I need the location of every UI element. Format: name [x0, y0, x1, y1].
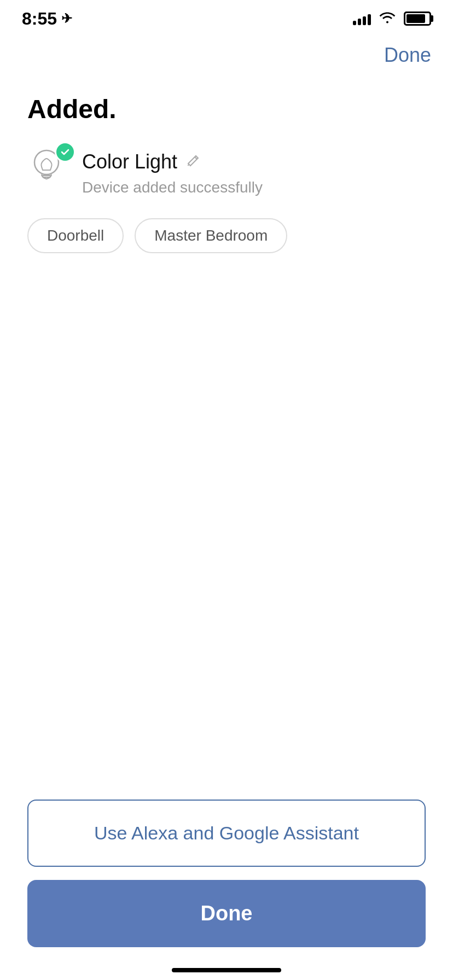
- alexa-button[interactable]: Use Alexa and Google Assistant: [27, 800, 426, 867]
- device-name-row: Color Light: [82, 150, 426, 173]
- added-title: Added.: [27, 94, 426, 124]
- wifi-icon: [379, 10, 396, 28]
- location-icon: ✈: [61, 11, 72, 26]
- time-display: 8:55: [22, 9, 57, 29]
- status-time: 8:55 ✈: [22, 9, 72, 29]
- status-bar: 8:55 ✈: [0, 0, 453, 33]
- header: Done: [0, 33, 453, 78]
- chip-master-bedroom[interactable]: Master Bedroom: [135, 218, 287, 253]
- header-done-button[interactable]: Done: [384, 44, 431, 67]
- device-name: Color Light: [82, 150, 177, 173]
- battery-icon: [404, 11, 431, 26]
- status-icons: [353, 10, 431, 28]
- home-indicator: [172, 968, 281, 972]
- main-content: Added. Color Light: [0, 78, 453, 270]
- bottom-section: Use Alexa and Google Assistant Done: [0, 800, 453, 947]
- edit-icon[interactable]: [186, 153, 201, 172]
- chip-doorbell[interactable]: Doorbell: [27, 218, 124, 253]
- device-icon-wrapper: [27, 146, 71, 190]
- signal-icon: [353, 12, 371, 25]
- device-info: Color Light Device added successfully: [82, 146, 426, 196]
- room-chips: Doorbell Master Bedroom: [27, 218, 426, 253]
- battery-fill: [406, 14, 425, 23]
- device-status: Device added successfully: [82, 179, 426, 196]
- check-badge: [55, 142, 76, 162]
- done-button[interactable]: Done: [27, 880, 426, 947]
- device-row: Color Light Device added successfully: [27, 146, 426, 196]
